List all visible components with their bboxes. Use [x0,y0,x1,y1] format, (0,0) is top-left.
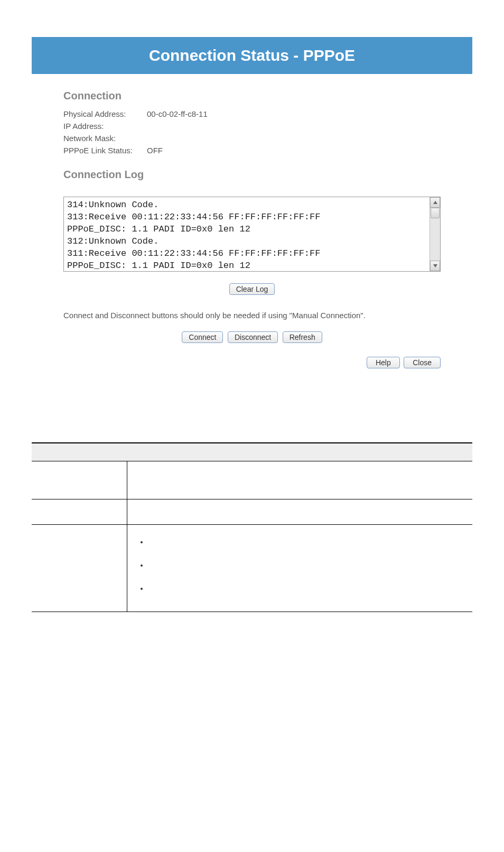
close-button[interactable]: Close [404,357,441,368]
info-row-physical-address: Physical Address: 00-c0-02-ff-c8-11 [63,109,441,118]
bullet-list [133,538,468,592]
info-row-ip-address: IP Address: [63,122,441,131]
list-item [148,561,468,569]
info-row-network-mask: Network Mask: [63,134,441,143]
help-button[interactable]: Help [367,357,400,368]
data-table [32,442,472,612]
log-textarea-container: 314:Unknown Code. 313:Receive 00:11:22:3… [63,197,441,272]
action-button-row: Connect Disconnect Refresh [63,331,441,343]
scroll-down-icon[interactable] [430,261,440,271]
scroll-track[interactable] [430,208,440,261]
table-cell-right [127,499,472,524]
log-textarea[interactable]: 314:Unknown Code. 313:Receive 00:11:22:3… [64,197,430,271]
label-ip-address: IP Address: [63,122,147,131]
refresh-button[interactable]: Refresh [283,331,322,343]
log-scrollbar[interactable] [430,197,440,271]
table-cell-left [32,461,127,499]
label-pppoe-status: PPPoE Link Status: [63,146,147,155]
log-section-title: Connection Log [63,169,441,181]
clear-log-button[interactable]: Clear Log [229,283,275,295]
clear-log-row: Clear Log [63,283,441,295]
scroll-up-icon[interactable] [430,197,440,208]
table-cell-right [127,524,472,612]
table-row [32,499,472,524]
page-title: Connection Status - PPPoE [149,47,355,64]
info-row-pppoe-status: PPPoE Link Status: OFF [63,146,441,155]
table-cell-right [127,461,472,499]
label-network-mask: Network Mask: [63,134,147,143]
log-section: Connection Log 314:Unknown Code. 313:Rec… [63,169,441,295]
page-header: Connection Status - PPPoE [32,37,472,74]
table-row [32,461,472,499]
hint-text: Connect and Disconnect buttons should on… [63,310,441,321]
value-physical-address: 00-c0-02-ff-c8-11 [147,109,208,118]
connection-section-title: Connection [63,90,441,102]
disconnect-button[interactable]: Disconnect [228,331,278,343]
table-cell-left [32,524,127,612]
content-area: Connection Physical Address: 00-c0-02-ff… [32,74,472,384]
list-item [148,584,468,592]
table-cell-left [32,499,127,524]
scroll-thumb[interactable] [431,208,440,218]
bottom-button-row: Help Close [63,357,441,368]
value-pppoe-status: OFF [147,146,163,155]
connect-button[interactable]: Connect [182,331,223,343]
table-row [32,524,472,612]
list-item [148,538,468,546]
label-physical-address: Physical Address: [63,109,147,118]
table-header [32,443,472,461]
table-header-row [32,443,472,461]
